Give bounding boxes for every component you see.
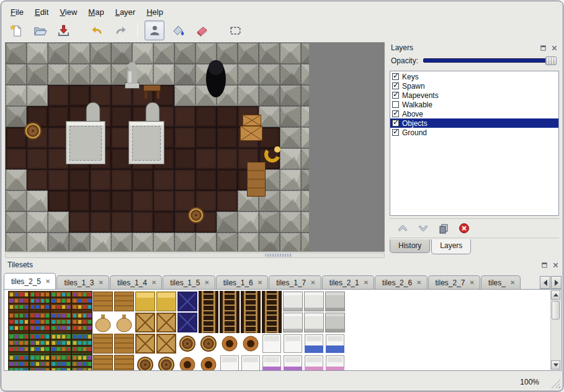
opacity-slider-handle[interactable] [545, 56, 557, 65]
map-canvas[interactable] [6, 43, 384, 251]
selection-rect-icon [228, 24, 243, 38]
layer-visibility-checkbox[interactable] [392, 101, 399, 108]
redo-button[interactable] [110, 20, 130, 40]
tilesets-dock: Tilesets tiles_2_5 ✕ tiles_1_3 ✕ tiles_1… [2, 259, 563, 373]
layer-row-above[interactable]: Above [390, 109, 558, 118]
tab-close-icon[interactable]: ✕ [510, 280, 515, 286]
tileset-tab-label: tiles_2_1 [329, 278, 359, 287]
lower-layer-button[interactable] [416, 221, 430, 235]
person-stamp-icon [148, 24, 162, 38]
tab-label: Layers [440, 241, 462, 250]
layer-row-mapevents[interactable]: Mapevents [390, 91, 558, 100]
scroll-down-button[interactable] [551, 360, 560, 370]
layer-row-objects[interactable]: Objects [390, 118, 558, 128]
tileset-tab-4[interactable]: tiles_1_6 ✕ [216, 275, 268, 289]
tab-close-icon[interactable]: ✕ [98, 280, 103, 286]
tilesets-dock-header: Tilesets [2, 259, 563, 270]
layer-label: Spawn [402, 82, 425, 91]
tab-close-icon[interactable]: ✕ [257, 280, 262, 286]
layer-visibility-checkbox[interactable] [392, 110, 399, 117]
tab-close-icon[interactable]: ✕ [416, 280, 421, 286]
statusbar: 100% [2, 373, 562, 391]
layer-row-ground[interactable]: Ground [390, 128, 558, 137]
tileset-tab-9[interactable]: tiles_ ✕ [481, 275, 521, 289]
close-dock-icon[interactable] [550, 43, 559, 53]
tileset-tab-label: tiles_2_5 [11, 277, 41, 286]
raise-layer-button[interactable] [396, 221, 410, 235]
map-canvas-view[interactable] [5, 42, 385, 252]
duplicate-layer-icon [438, 223, 449, 234]
menu-view[interactable]: View [54, 6, 83, 18]
layer-visibility-checkbox[interactable] [392, 73, 399, 80]
save-button[interactable] [53, 20, 73, 40]
tileset-tab-label: tiles_1_7 [276, 278, 306, 287]
float-dock-icon[interactable] [539, 43, 548, 53]
scroll-up-button[interactable] [551, 290, 560, 300]
undo-button[interactable] [87, 20, 107, 40]
scroll-tabs-left-button[interactable] [540, 276, 550, 289]
tab-close-icon[interactable]: ✕ [45, 278, 50, 285]
layer-visibility-checkbox[interactable] [392, 129, 399, 136]
scroll-tabs-right-button[interactable] [551, 276, 562, 289]
eraser-icon [195, 24, 209, 38]
eraser-tool-button[interactable] [192, 20, 212, 40]
fill-tool-button[interactable] [168, 20, 188, 40]
scrollbar-thumb[interactable] [265, 254, 292, 257]
tileset-tab-label: tiles_2_6 [382, 278, 412, 287]
opacity-slider[interactable] [423, 56, 557, 65]
layers-dock-header: Layers [387, 42, 560, 53]
tileset-tab-5[interactable]: tiles_1_7 ✕ [269, 275, 321, 289]
menu-edit[interactable]: Edit [29, 6, 54, 18]
layer-label: Walkable [402, 100, 432, 109]
tileset-tab-label: tiles_1_6 [223, 278, 253, 287]
tileset-view[interactable] [4, 289, 562, 371]
open-button[interactable] [30, 20, 50, 40]
tileset-canvas[interactable] [6, 290, 549, 370]
tileset-tab-label: tiles_1_3 [64, 278, 94, 287]
open-folder-icon [33, 24, 47, 38]
opacity-slider-track[interactable] [423, 58, 557, 63]
layer-row-spawn[interactable]: Spawn [390, 81, 558, 91]
tab-close-icon[interactable]: ✕ [151, 280, 156, 286]
chevron-left-icon [544, 280, 547, 286]
menu-file[interactable]: File [5, 6, 29, 18]
tab-close-icon[interactable]: ✕ [470, 280, 475, 286]
tab-label: History [398, 241, 421, 250]
stamp-tool-button[interactable] [145, 20, 164, 40]
scrollbar-thumb[interactable] [552, 301, 560, 319]
layer-label: Keys [402, 73, 419, 81]
layer-row-keys[interactable]: Keys [390, 72, 558, 81]
menu-map[interactable]: Map [83, 6, 109, 18]
tileset-tab-7[interactable]: tiles_2_6 ✕ [375, 275, 427, 289]
close-dock-icon[interactable] [551, 261, 560, 270]
tab-close-icon[interactable]: ✕ [364, 280, 369, 286]
chevron-right-icon [555, 280, 558, 286]
float-dock-icon[interactable] [540, 261, 549, 270]
tileset-tab-8[interactable]: tiles_2_7 ✕ [428, 275, 480, 289]
tileset-tab-2[interactable]: tiles_1_4 ✕ [110, 275, 162, 289]
layer-label: Above [402, 110, 423, 118]
tab-close-icon[interactable]: ✕ [310, 280, 315, 286]
layer-visibility-checkbox[interactable] [392, 92, 399, 99]
delete-layer-button[interactable] [457, 221, 471, 235]
layer-visibility-checkbox[interactable] [392, 82, 399, 89]
tileset-tab-3[interactable]: tiles_1_5 ✕ [163, 275, 215, 289]
tileset-tab-1[interactable]: tiles_1_3 ✕ [56, 275, 109, 289]
layer-row-walkable[interactable]: Walkable [390, 100, 558, 109]
tileset-vertical-scrollbar[interactable] [550, 290, 560, 370]
rect-select-tool-button[interactable] [225, 20, 245, 40]
tileset-tab-0[interactable]: tiles_2_5 ✕ [4, 273, 56, 289]
paint-bucket-icon [171, 24, 186, 38]
tilesets-dock-title: Tilesets [5, 261, 538, 269]
menu-help[interactable]: Help [141, 6, 169, 18]
tab-close-icon[interactable]: ✕ [204, 280, 209, 286]
layer-visibility-checkbox[interactable] [392, 120, 399, 127]
tileset-tab-6[interactable]: tiles_2_1 ✕ [322, 275, 374, 289]
new-file-button[interactable] [6, 20, 26, 40]
map-horizontal-scrollbar[interactable] [5, 252, 385, 258]
zoom-level: 100% [520, 378, 539, 386]
tab-history[interactable]: History [390, 239, 430, 253]
tab-layers[interactable]: Layers [431, 239, 471, 254]
menu-layer[interactable]: Layer [110, 6, 141, 18]
duplicate-layer-button[interactable] [437, 221, 450, 235]
